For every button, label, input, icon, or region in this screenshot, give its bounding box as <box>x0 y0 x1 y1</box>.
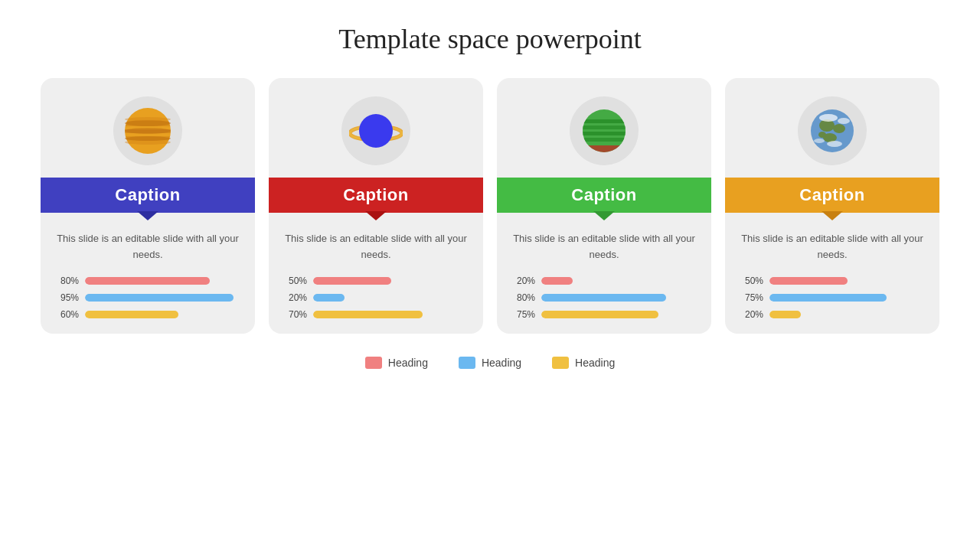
bar-row: 70% <box>283 309 469 320</box>
bar-fill <box>541 294 666 302</box>
bar-row: 60% <box>54 309 241 320</box>
svg-rect-9 <box>125 136 171 141</box>
planet-icon-saturn <box>341 96 410 165</box>
bar-track <box>541 294 697 302</box>
bar-track <box>313 311 469 318</box>
bar-track <box>541 311 697 318</box>
bar-track <box>541 277 697 285</box>
svg-point-31 <box>814 139 825 143</box>
bar-track <box>769 294 926 302</box>
bars-section-4: 50% 75% 20% <box>725 263 939 320</box>
bar-row: 80% <box>54 276 241 286</box>
bar-track <box>769 311 926 318</box>
legend-item-pink: Heading <box>365 357 428 369</box>
bar-label: 50% <box>739 276 763 286</box>
bar-row: 95% <box>54 292 241 303</box>
caption-bar-3: Caption <box>497 178 711 213</box>
svg-rect-17 <box>583 119 626 123</box>
bar-fill <box>85 277 210 285</box>
bar-label: 75% <box>739 292 763 303</box>
svg-rect-21 <box>583 145 626 152</box>
bar-fill <box>313 294 345 302</box>
svg-rect-20 <box>583 138 626 142</box>
bar-label: 75% <box>511 309 535 320</box>
legend-label-pink: Heading <box>388 357 428 369</box>
legend-swatch-pink <box>365 357 382 369</box>
page-title: Template space powerpoint <box>338 23 641 55</box>
svg-rect-7 <box>125 121 171 126</box>
svg-rect-19 <box>583 132 626 135</box>
caption-bar-4: Caption <box>725 178 939 213</box>
bar-fill <box>313 277 391 285</box>
bar-fill <box>541 277 573 285</box>
svg-rect-18 <box>583 126 626 129</box>
bar-fill <box>769 294 887 302</box>
svg-point-30 <box>827 141 842 147</box>
card-4: Caption This slide is an editable slide … <box>725 78 939 334</box>
bar-label: 20% <box>511 276 535 286</box>
caption-text-1: Caption <box>115 185 180 204</box>
legend-swatch-blue <box>459 357 475 369</box>
card-description-1: This slide is an editable slide with all… <box>41 231 255 263</box>
bar-label: 20% <box>739 309 763 320</box>
legend-label-blue: Heading <box>482 357 521 369</box>
cards-row: Caption This slide is an editable slide … <box>0 78 980 334</box>
bar-label: 20% <box>283 292 307 303</box>
legend-label-yellow: Heading <box>575 357 615 369</box>
bar-row: 75% <box>511 309 697 320</box>
card-description-3: This slide is an editable slide with all… <box>497 231 711 263</box>
planet-icon-jupiter <box>113 96 182 165</box>
bar-fill <box>769 277 848 285</box>
bar-label: 70% <box>283 309 307 320</box>
svg-rect-8 <box>125 129 171 133</box>
svg-point-12 <box>359 114 393 148</box>
svg-point-28 <box>819 114 838 122</box>
bar-fill <box>85 294 234 302</box>
bar-row: 20% <box>739 309 926 320</box>
svg-point-29 <box>838 118 850 124</box>
bar-label: 80% <box>511 292 535 303</box>
caption-bar-1: Caption <box>41 178 255 213</box>
bar-label: 95% <box>54 292 79 303</box>
svg-point-27 <box>818 132 826 138</box>
bar-track <box>313 294 469 302</box>
svg-point-25 <box>833 124 845 133</box>
bar-track <box>313 277 469 285</box>
bar-row: 50% <box>283 276 469 286</box>
bar-row: 50% <box>739 276 926 286</box>
caption-text-2: Caption <box>343 185 408 204</box>
planet-icon-earth <box>798 96 867 165</box>
bar-row: 75% <box>739 292 926 303</box>
bar-fill <box>313 311 423 318</box>
bar-label: 80% <box>54 276 79 286</box>
bar-row: 20% <box>511 276 697 286</box>
legend-item-blue: Heading <box>459 357 521 369</box>
bar-track <box>769 277 926 285</box>
bar-fill <box>769 311 801 318</box>
caption-bar-2: Caption <box>269 178 483 213</box>
bar-label: 60% <box>54 309 79 320</box>
card-1: Caption This slide is an editable slide … <box>41 78 255 334</box>
bar-row: 80% <box>511 292 697 303</box>
planet-icon-uranus <box>570 96 639 165</box>
legend: Heading Heading Heading <box>365 357 615 369</box>
bar-fill <box>541 311 658 318</box>
bar-track <box>85 311 241 318</box>
legend-swatch-yellow <box>552 357 569 369</box>
card-description-2: This slide is an editable slide with all… <box>269 231 483 263</box>
bar-track <box>85 277 241 285</box>
bars-section-1: 80% 95% 60% <box>41 263 255 320</box>
bar-fill <box>85 311 178 318</box>
caption-text-4: Caption <box>799 185 864 204</box>
bar-row: 20% <box>283 292 469 303</box>
legend-item-yellow: Heading <box>552 357 615 369</box>
card-3: Caption This slide is an editable slide … <box>497 78 711 334</box>
bars-section-2: 50% 20% 70% <box>269 263 483 320</box>
bars-section-3: 20% 80% 75% <box>497 263 711 320</box>
bar-track <box>85 294 241 302</box>
card-description-4: This slide is an editable slide with all… <box>725 231 939 263</box>
card-2: Caption This slide is an editable slide … <box>269 78 483 334</box>
bar-label: 50% <box>283 276 307 286</box>
caption-text-3: Caption <box>571 185 636 204</box>
